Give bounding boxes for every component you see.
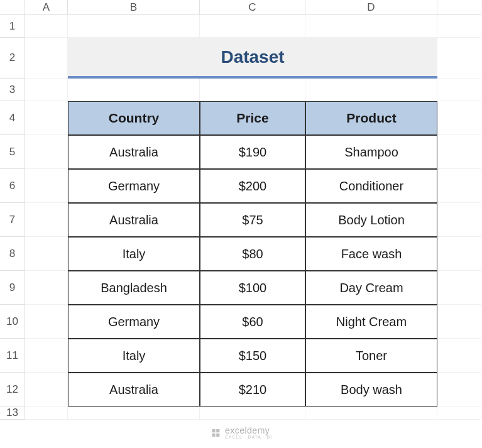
row-header-5[interactable]: 5 [0,135,25,169]
cell-a2[interactable] [25,38,68,79]
cell-b1[interactable] [68,15,200,38]
col-header-c[interactable]: C [200,0,305,15]
row-header-1[interactable]: 1 [0,15,25,38]
row-header-3[interactable]: 3 [0,79,25,101]
data-country-0[interactable]: Australia [68,135,200,169]
data-price-5[interactable]: $60 [200,305,305,339]
cell-e6[interactable] [437,169,481,203]
data-price-3[interactable]: $80 [200,237,305,271]
cell-a8[interactable] [25,237,68,271]
col-header-b[interactable]: B [68,0,200,15]
cell-d1[interactable] [305,15,437,38]
cell-e10[interactable] [437,305,481,339]
row-header-4[interactable]: 4 [0,101,25,135]
data-country-7[interactable]: Australia [68,373,200,407]
cell-e2[interactable] [437,38,481,79]
row-header-6[interactable]: 6 [0,169,25,203]
cell-a3[interactable] [25,79,68,101]
cell-a1[interactable] [25,15,68,38]
data-country-2[interactable]: Australia [68,203,200,237]
data-product-1[interactable]: Conditioner [305,169,437,203]
data-price-1[interactable]: $200 [200,169,305,203]
data-country-3[interactable]: Italy [68,237,200,271]
cell-e12[interactable] [437,373,481,407]
cell-a9[interactable] [25,271,68,305]
watermark: exceldemy EXCEL · DATA · BI [210,426,272,439]
data-product-6[interactable]: Toner [305,339,437,373]
cell-d13[interactable] [305,407,437,420]
row-header-11[interactable]: 11 [0,339,25,373]
cell-c3[interactable] [200,79,305,101]
cell-a11[interactable] [25,339,68,373]
cell-a5[interactable] [25,135,68,169]
cell-e9[interactable] [437,271,481,305]
data-price-7[interactable]: $210 [200,373,305,407]
cell-a13[interactable] [25,407,68,420]
exceldemy-icon [210,427,221,439]
row-header-7[interactable]: 7 [0,203,25,237]
cell-e7[interactable] [437,203,481,237]
watermark-text: exceldemy EXCEL · DATA · BI [225,426,272,439]
cell-e13[interactable] [437,407,481,420]
corner-cell[interactable] [0,0,25,15]
data-product-2[interactable]: Body Lotion [305,203,437,237]
cell-e5[interactable] [437,135,481,169]
row-header-12[interactable]: 12 [0,373,25,407]
cell-b3[interactable] [68,79,200,101]
row-header-13[interactable]: 13 [0,407,25,420]
data-product-5[interactable]: Night Cream [305,305,437,339]
data-product-4[interactable]: Day Cream [305,271,437,305]
col-header-d[interactable]: D [305,0,437,15]
data-country-1[interactable]: Germany [68,169,200,203]
cell-a12[interactable] [25,373,68,407]
cell-e11[interactable] [437,339,481,373]
cell-c1[interactable] [200,15,305,38]
data-product-7[interactable]: Body wash [305,373,437,407]
data-price-2[interactable]: $75 [200,203,305,237]
watermark-sub: EXCEL · DATA · BI [225,435,272,439]
data-price-6[interactable]: $150 [200,339,305,373]
row-header-9[interactable]: 9 [0,271,25,305]
cell-a10[interactable] [25,305,68,339]
data-price-4[interactable]: $100 [200,271,305,305]
cell-e4[interactable] [437,101,481,135]
cell-c13[interactable] [200,407,305,420]
row-header-8[interactable]: 8 [0,237,25,271]
spreadsheet-grid: A B C D 1 2 Dataset 3 4 Country Price Pr… [0,0,482,420]
header-country[interactable]: Country [68,101,200,135]
data-product-0[interactable]: Shampoo [305,135,437,169]
dataset-title[interactable]: Dataset [68,38,437,79]
cell-e8[interactable] [437,237,481,271]
data-country-5[interactable]: Germany [68,305,200,339]
cell-e1[interactable] [437,15,481,38]
cell-e3[interactable] [437,79,481,101]
col-header-a[interactable]: A [25,0,68,15]
header-price[interactable]: Price [200,101,305,135]
row-header-2[interactable]: 2 [0,38,25,79]
data-country-6[interactable]: Italy [68,339,200,373]
watermark-main: exceldemy [225,426,272,435]
cell-a7[interactable] [25,203,68,237]
cell-a4[interactable] [25,101,68,135]
cell-d3[interactable] [305,79,437,101]
header-product[interactable]: Product [305,101,437,135]
data-country-4[interactable]: Bangladesh [68,271,200,305]
data-price-0[interactable]: $190 [200,135,305,169]
cell-a6[interactable] [25,169,68,203]
row-header-10[interactable]: 10 [0,305,25,339]
col-header-blank[interactable] [437,0,481,15]
data-product-3[interactable]: Face wash [305,237,437,271]
cell-b13[interactable] [68,407,200,420]
